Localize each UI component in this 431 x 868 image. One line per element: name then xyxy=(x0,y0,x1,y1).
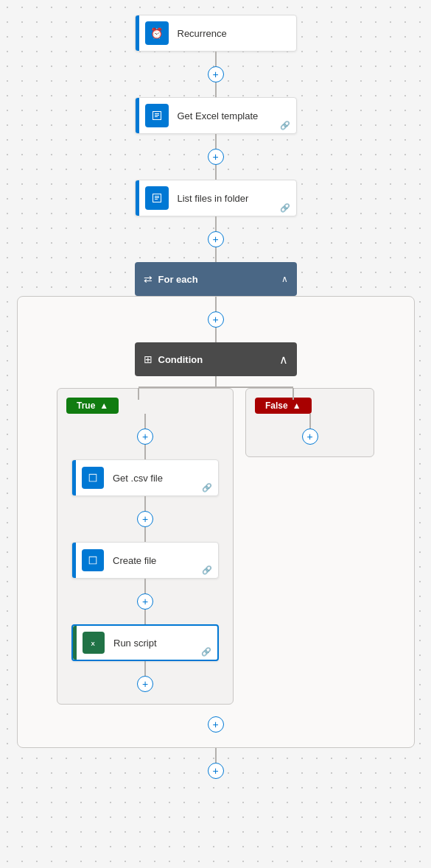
recurrence-accent xyxy=(136,15,139,51)
false-line-1 xyxy=(309,414,311,428)
true-line-2 xyxy=(144,496,146,511)
true-line-2b xyxy=(144,527,146,542)
add-button-3[interactable]: + xyxy=(208,231,224,247)
run-script-link: 🔗 xyxy=(201,647,211,657)
line-2b xyxy=(215,165,217,180)
line-1b xyxy=(215,82,217,97)
true-line-bottom xyxy=(144,661,146,676)
false-label-text: False xyxy=(265,401,288,411)
true-chevron: ▲ xyxy=(99,401,108,411)
false-chevron: ▲ xyxy=(292,401,301,411)
line-4b xyxy=(215,328,217,342)
add-button-false-1[interactable]: + xyxy=(302,428,318,445)
true-line-1b xyxy=(144,445,146,459)
for-each-block[interactable]: ⇄ For each ∧ xyxy=(135,262,297,296)
get-excel-step[interactable]: Get Excel template 🔗 xyxy=(135,97,297,134)
create-file-accent xyxy=(72,543,76,578)
true-label-text: True xyxy=(77,401,95,411)
add-button-1[interactable]: + xyxy=(208,66,224,82)
recurrence-icon: ⏰ xyxy=(145,21,169,45)
condition-chevron: ∧ xyxy=(279,353,288,367)
add-button-2[interactable]: + xyxy=(208,149,224,165)
list-files-icon xyxy=(145,186,169,210)
connector-true-2: + xyxy=(137,496,153,542)
run-script-icon: X xyxy=(83,632,105,654)
connector-1: + xyxy=(208,52,224,97)
branches-container: True ▲ + Get .csv xyxy=(18,388,414,705)
connector-for-each-bottom: + xyxy=(208,716,224,733)
create-file-icon xyxy=(82,549,104,571)
add-button-true-3[interactable]: + xyxy=(137,593,153,610)
condition-icon: ⊞ xyxy=(144,353,153,365)
get-csv-accent xyxy=(72,460,76,495)
list-files-title: List files in folder xyxy=(175,187,296,210)
get-excel-accent xyxy=(136,98,139,133)
recurrence-step[interactable]: ⏰ Recurrence xyxy=(135,15,297,52)
create-file-link: 🔗 xyxy=(202,565,212,575)
for-each-title: For each xyxy=(158,274,281,285)
for-each-chevron: ∧ xyxy=(281,274,288,284)
connector-false-1: + xyxy=(302,414,318,445)
true-label: True ▲ xyxy=(66,398,119,414)
svg-text:X: X xyxy=(91,641,96,647)
false-label: False ▲ xyxy=(255,398,312,414)
add-button-true-bottom[interactable]: + xyxy=(137,676,153,692)
list-files-step[interactable]: List files in folder 🔗 xyxy=(135,180,297,216)
get-csv-link: 🔗 xyxy=(202,483,212,493)
connector-true-1: + xyxy=(137,414,153,459)
add-button-4[interactable]: + xyxy=(208,311,224,328)
get-csv-step[interactable]: Get .csv file 🔗 xyxy=(71,459,219,496)
create-file-step[interactable]: Create file 🔗 xyxy=(71,542,219,579)
flow-canvas: ⏰ Recurrence + Get Excel template 🔗 + L xyxy=(0,15,431,779)
for-each-container: + ⊞ Condition ∧ xyxy=(17,296,415,748)
connector-2: + xyxy=(208,134,224,180)
connector-3: + xyxy=(208,216,224,262)
connector-4: + xyxy=(208,297,224,342)
add-button-true-1[interactable]: + xyxy=(137,428,153,445)
final-line xyxy=(215,748,217,763)
recurrence-title: Recurrence xyxy=(175,22,296,45)
add-button-true-2[interactable]: + xyxy=(137,511,153,527)
true-line-3b xyxy=(144,610,146,624)
line-3 xyxy=(215,216,217,231)
get-excel-title: Get Excel template xyxy=(175,105,296,127)
true-branch: True ▲ + Get .csv xyxy=(57,388,234,705)
line-4 xyxy=(215,297,217,311)
get-excel-link: 🔗 xyxy=(280,121,290,130)
for-each-icon: ⇄ xyxy=(144,273,153,285)
connector-true-bottom: + xyxy=(137,661,153,692)
line-2 xyxy=(215,134,217,149)
list-files-accent xyxy=(136,180,139,216)
run-script-accent xyxy=(73,626,77,660)
list-files-link: 🔗 xyxy=(280,203,290,213)
true-line-1 xyxy=(144,414,146,428)
add-button-for-each-bottom[interactable]: + xyxy=(208,716,224,733)
add-button-final[interactable]: + xyxy=(208,763,224,779)
connector-final: + xyxy=(208,748,224,779)
condition-title: Condition xyxy=(158,354,279,365)
get-csv-icon xyxy=(82,467,104,489)
line-1 xyxy=(215,52,217,66)
run-script-step[interactable]: X Run script 🔗 xyxy=(71,624,219,661)
connector-true-3: + xyxy=(137,579,153,624)
line-3b xyxy=(215,247,217,262)
true-line-3 xyxy=(144,579,146,593)
condition-block[interactable]: ⊞ Condition ∧ xyxy=(135,342,297,376)
get-excel-icon xyxy=(145,104,169,127)
